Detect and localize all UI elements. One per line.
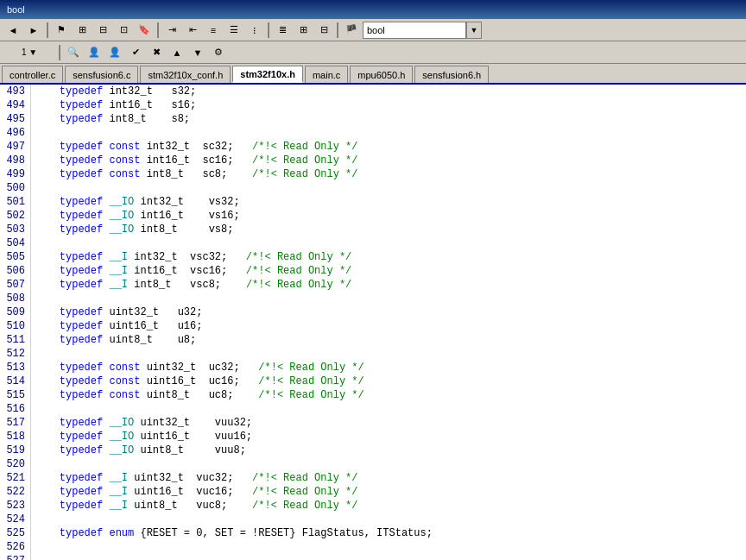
zoom-in-btn[interactable]: 🔍 (64, 44, 83, 61)
code-line-519: typedef __IO uint8_t vuu8; (35, 444, 743, 457)
tab-sensfusion6-label: sensfusion6.c (73, 70, 130, 80)
user-btn[interactable]: 👤 (85, 44, 104, 61)
code-line-501: typedef __IO int32_t vs32; (35, 195, 743, 209)
line-num-493: 493 (3, 85, 25, 98)
line-num-503: 503 (3, 223, 25, 236)
code-line-505: typedef __I int32_t vsc32; /*!< Read Onl… (35, 250, 743, 264)
tabs-bar: controller.c sensfusion6.c stm32f10x_con… (0, 64, 746, 85)
tab-stm32h[interactable]: stm32f10x.h (232, 66, 303, 83)
up-btn[interactable]: ▲ (168, 44, 186, 61)
line-num-522: 522 (3, 485, 25, 499)
code-line-500 (35, 181, 743, 195)
line-num-520: 520 (3, 457, 25, 471)
align-btn[interactable]: ≡ (204, 22, 223, 39)
code-line-506: typedef __I int16_t vsc16; /*!< Read Onl… (35, 264, 743, 278)
list-btn[interactable]: ≣ (273, 22, 292, 39)
toolbar-row1: ◄ ► ⚑ ⊞ ⊟ ⊡ 🔖 ⇥ ⇤ ≡ ☰ ⫶ ≣ ⊞ ⊟ 🏴 ▼ (0, 19, 746, 41)
btn2[interactable]: ⚑ (52, 22, 71, 39)
code-area[interactable]: 4934944954964974984995005015025035045055… (0, 85, 746, 560)
toolbar-row2: 1 ▼ 🔍 👤 👤 ✔ ✖ ▲ ▼ ⚙ (0, 41, 746, 64)
code-line-496 (35, 126, 743, 140)
list3-btn[interactable]: ⊟ (314, 22, 333, 39)
line-num-507: 507 (3, 278, 25, 292)
indent-btn[interactable]: ⇥ (162, 22, 181, 39)
line-num-519: 519 (3, 444, 25, 457)
line-num-516: 516 (3, 402, 25, 416)
line-num-525: 525 (3, 526, 25, 540)
line-num-501: 501 (3, 195, 25, 209)
user2-btn[interactable]: 👤 (105, 44, 124, 61)
new-btn[interactable]: 1 ▼ (3, 44, 55, 61)
code-line-499: typedef const int8_t sc8; /*!< Read Only… (35, 167, 743, 181)
line-num-508: 508 (3, 292, 25, 305)
line-num-494: 494 (3, 98, 25, 112)
code-line-513: typedef const uint32_t uc32; /*!< Read O… (35, 361, 743, 374)
search-input[interactable] (363, 22, 466, 39)
line-num-506: 506 (3, 264, 25, 278)
code-line-521: typedef __I uint32_t vuc32; /*!< Read On… (35, 471, 743, 485)
line-num-523: 523 (3, 499, 25, 513)
line-num-496: 496 (3, 126, 25, 140)
line-num-502: 502 (3, 209, 25, 223)
sep4 (337, 22, 338, 38)
code-content: typedef int32_t s32; typedef int16_t s16… (31, 85, 746, 560)
tab-mpu6050-label: mpu6050.h (357, 70, 405, 80)
line-num-513: 513 (3, 361, 25, 374)
line-num-504: 504 (3, 236, 25, 250)
tab-main-label: main.c (313, 70, 340, 80)
check-btn[interactable]: ✔ (126, 44, 145, 61)
code-line-517: typedef __IO uint32_t vuu32; (35, 416, 743, 430)
line-num-497: 497 (3, 140, 25, 154)
tab-sensfusion6[interactable]: sensfusion6.c (65, 66, 138, 83)
tab-main[interactable]: main.c (305, 66, 348, 83)
code-line-524 (35, 513, 743, 526)
line-num-498: 498 (3, 154, 25, 167)
search-group: ▼ (363, 22, 482, 39)
code-line-495: typedef int8_t s8; (35, 112, 743, 126)
align2-btn[interactable]: ☰ (224, 22, 243, 39)
tab-controller-label: controller.c (9, 70, 55, 80)
line-num-509: 509 (3, 305, 25, 319)
line-num-511: 511 (3, 333, 25, 347)
back-btn[interactable]: ◄ (3, 22, 22, 39)
bookmark-icon[interactable]: 🏴 (342, 22, 361, 39)
btn4[interactable]: ⊟ (93, 22, 112, 39)
code-line-510: typedef uint16_t u16; (35, 319, 743, 333)
code-line-511: typedef uint8_t u8; (35, 333, 743, 347)
code-line-493: typedef int32_t s32; (35, 85, 743, 98)
code-line-497: typedef const int32_t sc32; /*!< Read On… (35, 140, 743, 154)
tab-sensfusion6h[interactable]: sensfusion6.h (414, 66, 489, 83)
line-num-515: 515 (3, 388, 25, 402)
code-line-515: typedef const uint8_t uc8; /*!< Read Onl… (35, 388, 743, 402)
outdent-btn[interactable]: ⇤ (183, 22, 202, 39)
code-line-498: typedef const int16_t sc16; /*!< Read On… (35, 154, 743, 167)
settings-icon[interactable]: ⚙ (209, 44, 228, 61)
titlebar-title: bool (7, 4, 25, 15)
code-line-526 (35, 540, 743, 554)
code-line-523: typedef __I uint8_t vuc8; /*!< Read Only… (35, 499, 743, 513)
list2-btn[interactable]: ⊞ (294, 22, 313, 39)
btn5[interactable]: ⊡ (114, 22, 133, 39)
down-btn[interactable]: ▼ (188, 44, 207, 61)
tab-stm32conf[interactable]: stm32f10x_conf.h (140, 66, 231, 83)
line-num-518: 518 (3, 430, 25, 444)
code-line-503: typedef __IO int8_t vs8; (35, 223, 743, 236)
code-line-504 (35, 236, 743, 250)
code-line-520 (35, 457, 743, 471)
sep5 (59, 45, 60, 60)
forward-btn[interactable]: ► (24, 22, 43, 39)
x-btn[interactable]: ✖ (147, 44, 166, 61)
code-line-514: typedef const uint16_t uc16; /*!< Read O… (35, 374, 743, 388)
btn6[interactable]: 🔖 (135, 22, 154, 39)
tab-mpu6050[interactable]: mpu6050.h (350, 66, 413, 83)
code-line-507: typedef __I int8_t vsc8; /*!< Read Only … (35, 278, 743, 292)
search-dropdown-btn[interactable]: ▼ (466, 22, 482, 39)
line-num-505: 505 (3, 250, 25, 264)
btn3[interactable]: ⊞ (73, 22, 92, 39)
sep3 (268, 22, 269, 38)
align3-btn[interactable]: ⫶ (245, 22, 264, 39)
tab-sensfusion6h-label: sensfusion6.h (422, 70, 481, 80)
tab-stm32conf-label: stm32f10x_conf.h (148, 70, 223, 80)
code-line-525: typedef enum {RESET = 0, SET = !RESET} F… (35, 526, 743, 540)
tab-controller[interactable]: controller.c (2, 66, 63, 83)
